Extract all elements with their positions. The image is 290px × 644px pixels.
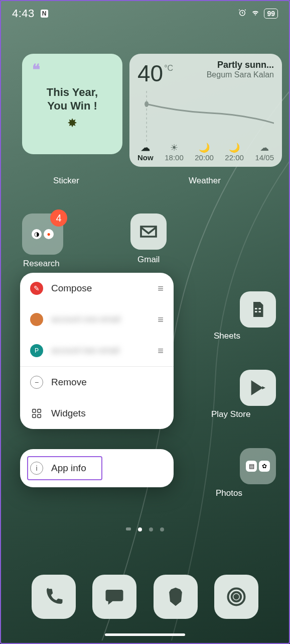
sun-icon: ☀ xyxy=(165,142,184,153)
moon-icon: 🌙 xyxy=(195,142,214,153)
research-folder[interactable]: ◑ ● 4 xyxy=(22,213,63,255)
gmail-context-menu: ✎ Compose ≡ account one email ≡ P accoun… xyxy=(20,273,174,429)
compose-label: Compose xyxy=(51,283,92,294)
sparkle-icon: ✸ xyxy=(67,116,77,130)
photos-label: Photos xyxy=(216,488,242,498)
weather-label: Weather xyxy=(189,176,221,186)
drag-handle-icon: ≡ xyxy=(158,345,164,357)
sticker-line1: This Year, xyxy=(47,86,98,98)
sticker-label: Sticker xyxy=(53,176,79,186)
drag-handle-icon: ≡ xyxy=(158,314,164,326)
battery-indicator: 99 xyxy=(264,9,278,19)
camera-app[interactable] xyxy=(214,575,258,619)
playstore-label: Play Store xyxy=(211,409,250,419)
weather-unit: °C xyxy=(164,64,173,73)
sticker-line2: You Win ! xyxy=(47,99,97,112)
folder-mini-icon: ✿ xyxy=(259,461,270,472)
quote-icon: ❝ xyxy=(32,61,40,78)
annotation-highlight xyxy=(27,456,102,480)
moon-icon: 🌙 xyxy=(225,142,244,153)
badge-count: 4 xyxy=(50,209,67,227)
home-indicator[interactable] xyxy=(105,633,185,636)
svg-point-9 xyxy=(234,595,238,598)
pencil-icon: ✎ xyxy=(30,282,43,295)
cloud-icon: ☁ xyxy=(137,142,154,153)
folder-mini-icon: ▤ xyxy=(246,461,257,472)
account-item-1[interactable]: account one email ≡ xyxy=(20,304,174,335)
svg-rect-3 xyxy=(33,409,36,412)
svg-rect-6 xyxy=(38,414,41,417)
avatar-icon xyxy=(30,313,43,326)
svg-rect-5 xyxy=(33,414,36,417)
research-label: Research xyxy=(23,259,60,269)
weather-condition: Partly sunn... xyxy=(207,60,274,70)
phone-app[interactable] xyxy=(32,575,76,619)
status-bar: 4:43 N 99 xyxy=(1,1,289,26)
playstore-app[interactable] xyxy=(240,370,276,406)
widgets-action[interactable]: Widgets xyxy=(20,398,174,429)
clock-text: 4:43 xyxy=(12,7,35,20)
gmail-label: Gmail xyxy=(137,255,160,265)
widgets-label: Widgets xyxy=(51,408,86,419)
alarm-icon xyxy=(238,8,247,19)
wifi-icon xyxy=(251,8,260,19)
compose-action[interactable]: ✎ Compose ≡ xyxy=(20,273,174,304)
folder-mini-icon: ● xyxy=(44,229,54,239)
widgets-icon xyxy=(30,407,43,420)
account-email-blurred: account two email xyxy=(51,346,150,356)
cloud-icon: ☁ xyxy=(255,142,274,153)
brave-app[interactable] xyxy=(154,575,198,619)
dock xyxy=(1,575,289,619)
folder-mini-icon: ◑ xyxy=(32,229,42,239)
weather-temp: 40 xyxy=(137,60,163,87)
gmail-app[interactable] xyxy=(130,213,167,250)
photos-folder[interactable]: ▤ ✿ xyxy=(240,448,276,484)
remove-action[interactable]: − Remove xyxy=(20,367,174,398)
page-indicator[interactable] xyxy=(1,527,289,531)
account-item-2[interactable]: P account two email ≡ xyxy=(20,335,174,366)
sheets-app[interactable] xyxy=(240,291,276,328)
sticker-widget[interactable]: ❝ This Year, You Win ! ✸ xyxy=(22,54,122,154)
avatar-icon: P xyxy=(30,344,43,357)
sheets-label: Sheets xyxy=(214,331,240,341)
weather-location: Begum Sara Kalan xyxy=(207,70,274,79)
weather-widget[interactable]: 40 °C Partly sunn... Begum Sara Kalan ☁N… xyxy=(129,54,282,167)
minus-circle-icon: − xyxy=(30,376,43,389)
account-email-blurred: account one email xyxy=(51,314,150,325)
drag-handle-icon: ≡ xyxy=(158,283,164,294)
notification-app-icon: N xyxy=(41,10,48,18)
svg-rect-4 xyxy=(38,409,41,412)
messages-app[interactable] xyxy=(92,575,136,619)
remove-label: Remove xyxy=(51,377,87,388)
